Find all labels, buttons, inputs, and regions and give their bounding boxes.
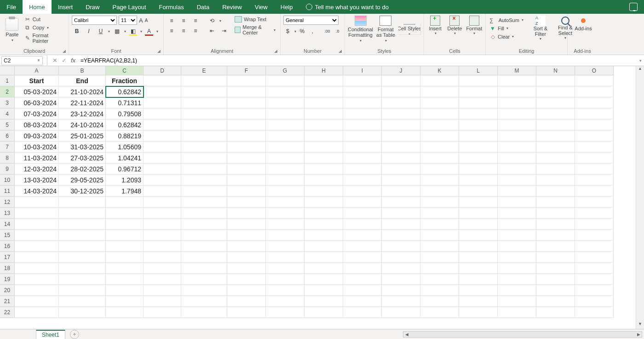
cell[interactable] — [575, 296, 614, 307]
cell[interactable] — [536, 241, 575, 252]
cell[interactable]: 0.88219 — [106, 130, 144, 141]
copy-button[interactable]: ⧉Copy▾ — [23, 24, 66, 31]
cell[interactable] — [266, 175, 305, 186]
format-painter-button[interactable]: ✎Format Painter — [23, 32, 66, 44]
cell[interactable] — [343, 75, 382, 86]
cell[interactable] — [144, 186, 181, 197]
cell[interactable] — [575, 108, 614, 119]
cell[interactable] — [575, 119, 614, 130]
cell[interactable] — [343, 164, 382, 175]
cut-button[interactable]: ✂Cut — [23, 16, 66, 23]
row-header[interactable]: 11 — [0, 186, 15, 197]
cell[interactable] — [181, 285, 227, 296]
cell[interactable] — [59, 296, 106, 307]
cell[interactable] — [144, 86, 181, 97]
cell[interactable]: 14-03-2024 — [15, 186, 59, 197]
cell-styles-button[interactable]: Cell Styles▾ — [398, 24, 421, 35]
cell[interactable] — [59, 263, 106, 274]
cell[interactable] — [227, 108, 266, 119]
cell[interactable] — [498, 263, 536, 274]
decrease-decimal-button[interactable]: .0 — [333, 27, 342, 36]
scroll-right-button[interactable]: ▶ — [635, 332, 642, 337]
cell[interactable] — [343, 197, 382, 208]
dialog-launcher-icon[interactable]: ◢ — [339, 49, 343, 53]
cell[interactable] — [181, 263, 227, 274]
cell[interactable] — [498, 186, 536, 197]
row-header[interactable]: 3 — [0, 97, 15, 108]
cell[interactable] — [144, 307, 181, 318]
cell[interactable] — [106, 263, 144, 274]
cell[interactable] — [227, 186, 266, 197]
cell[interactable] — [536, 86, 575, 97]
row-header[interactable]: 13 — [0, 208, 15, 219]
cell[interactable] — [498, 296, 536, 307]
cell[interactable] — [343, 141, 382, 153]
cell[interactable] — [382, 208, 420, 219]
cell[interactable] — [343, 119, 382, 130]
cell[interactable] — [382, 285, 420, 296]
cell[interactable] — [343, 153, 382, 164]
cell[interactable] — [343, 307, 382, 318]
cell[interactable] — [420, 153, 459, 164]
cell[interactable] — [59, 307, 106, 318]
cell[interactable] — [382, 263, 420, 274]
cell[interactable] — [459, 75, 498, 86]
cell[interactable] — [382, 175, 420, 186]
cell[interactable] — [15, 296, 59, 307]
cell[interactable] — [144, 285, 181, 296]
row-header[interactable]: 5 — [0, 119, 15, 130]
increase-font-button[interactable]: A — [139, 17, 143, 24]
cell[interactable] — [420, 164, 459, 175]
cell[interactable] — [181, 208, 227, 219]
cell[interactable] — [106, 274, 144, 285]
cell[interactable] — [15, 230, 59, 241]
cell[interactable] — [536, 108, 575, 119]
cell[interactable] — [343, 230, 382, 241]
cell[interactable] — [420, 307, 459, 318]
cell[interactable] — [498, 197, 536, 208]
cell[interactable] — [227, 153, 266, 164]
cell[interactable] — [575, 263, 614, 274]
cell[interactable] — [382, 307, 420, 318]
align-right-button[interactable]: ≡ — [190, 26, 201, 35]
cell[interactable] — [498, 285, 536, 296]
cell[interactable] — [305, 208, 343, 219]
cell[interactable] — [382, 130, 420, 141]
cell[interactable] — [266, 141, 305, 153]
cell[interactable] — [575, 175, 614, 186]
cell[interactable] — [266, 241, 305, 252]
sort-filter-button[interactable]: Sort & Filter▾ — [530, 16, 551, 41]
cell[interactable] — [106, 230, 144, 241]
cell[interactable] — [420, 219, 459, 230]
cell[interactable] — [15, 208, 59, 219]
cell[interactable] — [498, 141, 536, 153]
row-header[interactable]: 10 — [0, 175, 15, 186]
cell[interactable] — [382, 164, 420, 175]
row-header[interactable]: 19 — [0, 274, 15, 285]
cell[interactable] — [575, 219, 614, 230]
cell[interactable] — [305, 119, 343, 130]
column-header[interactable]: B — [59, 66, 106, 75]
cell[interactable] — [343, 108, 382, 119]
cell[interactable] — [420, 263, 459, 274]
cell[interactable] — [305, 130, 343, 141]
cell[interactable]: 21-10-2024 — [59, 86, 106, 97]
cell[interactable] — [420, 241, 459, 252]
clear-button[interactable]: ◇Clear▾ — [489, 33, 524, 40]
sheet-tab[interactable]: Sheet1 — [36, 330, 65, 339]
cell[interactable] — [59, 230, 106, 241]
cell[interactable]: 0.79508 — [106, 108, 144, 119]
cell[interactable] — [343, 252, 382, 263]
cell[interactable]: 09-03-2024 — [15, 130, 59, 141]
cell[interactable] — [498, 230, 536, 241]
menu-tab-home[interactable]: Home — [23, 0, 52, 14]
column-header[interactable]: H — [305, 66, 343, 75]
cell[interactable]: 0.62842 — [106, 119, 144, 130]
cell[interactable] — [181, 241, 227, 252]
cell[interactable] — [266, 75, 305, 86]
cell[interactable] — [536, 263, 575, 274]
cell[interactable] — [144, 164, 181, 175]
merge-center-button[interactable]: Merge & Center▾ — [233, 24, 277, 36]
cell[interactable] — [181, 153, 227, 164]
cell[interactable] — [227, 219, 266, 230]
